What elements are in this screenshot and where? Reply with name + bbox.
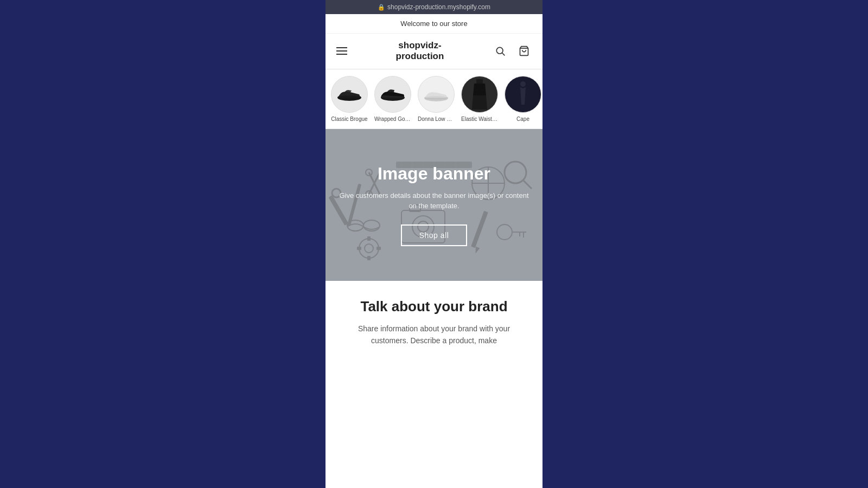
product-image-2 <box>379 87 407 102</box>
product-item-3[interactable]: Donna Low Top <box>417 76 456 122</box>
product-circle-4 <box>461 76 498 113</box>
svg-rect-43 <box>357 247 361 250</box>
welcome-text: Welcome to our store <box>400 20 467 28</box>
svg-rect-41 <box>367 236 371 241</box>
svg-rect-33 <box>471 211 488 248</box>
svg-point-0 <box>496 48 503 54</box>
svg-rect-44 <box>376 247 381 250</box>
brand-text: Share information about your brand with … <box>339 323 529 347</box>
product-image-1 <box>335 87 363 102</box>
svg-point-35 <box>497 224 512 240</box>
svg-line-26 <box>524 181 532 189</box>
product-item-5[interactable]: Cape <box>503 76 542 122</box>
product-label-3: Donna Low Top <box>418 116 455 122</box>
product-label-5: Cape <box>516 116 529 122</box>
cart-button[interactable] <box>514 41 534 61</box>
image-banner: Image banner Give customers details abou… <box>326 129 542 281</box>
product-circle-3 <box>418 76 455 113</box>
hamburger-button[interactable] <box>334 45 349 57</box>
product-image-4 <box>470 79 489 110</box>
site-logo: shopvidz- production <box>396 40 444 62</box>
product-item-2[interactable]: Wrapped Golf ... <box>373 76 412 122</box>
product-strip: Classic Brogue Wrapped Golf ... <box>326 69 542 129</box>
product-item-4[interactable]: Elastic Waist D... <box>460 76 499 122</box>
url-text: shopvidz-production.myshopify.com <box>387 3 490 11</box>
logo-line2: production <box>396 51 444 61</box>
cart-icon <box>519 46 529 56</box>
product-circle-1 <box>331 76 368 113</box>
shop-all-button[interactable]: Shop all <box>401 224 468 246</box>
product-label-4: Elastic Waist D... <box>461 116 498 122</box>
hamburger-line-2 <box>336 50 347 52</box>
svg-rect-42 <box>367 256 371 260</box>
svg-line-1 <box>502 53 505 56</box>
search-icon <box>495 46 506 56</box>
svg-point-9 <box>520 81 526 87</box>
hamburger-line-3 <box>336 54 347 55</box>
product-item-1[interactable]: Classic Brogue <box>330 76 369 122</box>
product-circle-2 <box>374 76 411 113</box>
search-button[interactable] <box>490 41 510 61</box>
product-image-3 <box>422 86 450 102</box>
svg-point-40 <box>365 244 373 253</box>
product-image-5 <box>513 81 533 108</box>
site-header: shopvidz- production <box>326 34 542 69</box>
header-icons <box>490 41 534 61</box>
logo-line1: shopvidz- <box>398 40 441 50</box>
lock-icon: 🔒 <box>378 4 385 11</box>
address-bar: 🔒 shopvidz-production.myshopify.com <box>326 0 542 14</box>
svg-marker-34 <box>474 247 480 254</box>
product-circle-5 <box>505 76 541 113</box>
svg-point-4 <box>337 95 361 100</box>
banner-subtitle: Give customers details about the banner … <box>339 190 529 211</box>
browser-frame: 🔒 shopvidz-production.myshopify.com Welc… <box>326 0 542 488</box>
banner-title: Image banner <box>378 164 490 184</box>
brand-section: Talk about your brand Share information … <box>326 281 542 364</box>
brand-title: Talk about your brand <box>339 298 529 315</box>
hamburger-line-1 <box>336 47 347 48</box>
svg-point-25 <box>505 162 526 183</box>
svg-point-39 <box>359 239 379 258</box>
welcome-banner: Welcome to our store <box>326 14 542 34</box>
product-label-1: Classic Brogue <box>331 116 367 122</box>
svg-rect-8 <box>476 79 483 84</box>
product-label-2: Wrapped Golf ... <box>374 116 411 122</box>
